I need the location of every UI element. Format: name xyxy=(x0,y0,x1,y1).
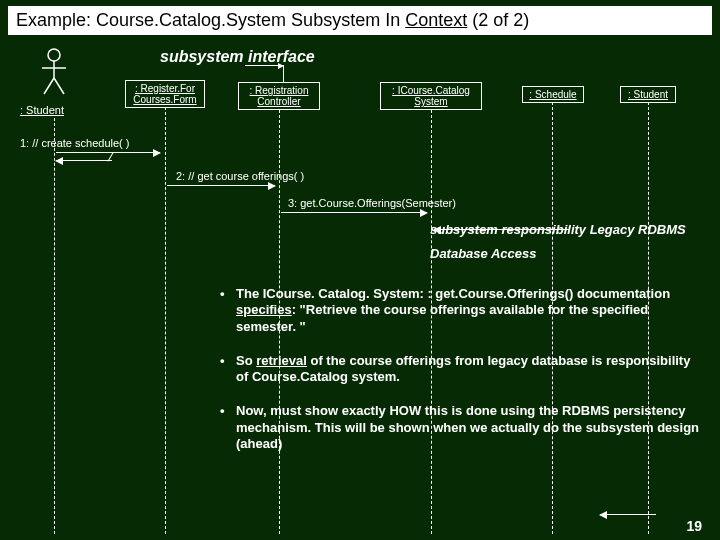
message-3: 3: get.Course.Offerings(Semester) xyxy=(288,197,456,209)
page-number: 19 xyxy=(686,518,702,534)
bullet-2-text-a: So xyxy=(236,353,256,368)
actor-label: : Student xyxy=(20,104,64,116)
bullet-1-text-c: : "Retrieve the course offerings availab… xyxy=(236,302,648,333)
lifeline-registration-controller: : Registration Controller xyxy=(238,82,320,110)
actor-icon xyxy=(40,48,80,96)
subsystem-interface-label: subsystem interface xyxy=(160,48,315,66)
bullet-1-specifies: specifies xyxy=(236,302,292,317)
lifeline-student: : Student xyxy=(620,86,676,103)
bullet-3: Now, must show exactly HOW this is done … xyxy=(220,403,700,452)
bullet-2: So retrieval of the course offerings fro… xyxy=(220,353,700,386)
dashline-registerform xyxy=(165,107,166,534)
slide-title: Example: Course.Catalog.System Subsystem… xyxy=(8,6,712,35)
lifeline-schedule: : Schedule xyxy=(522,86,584,103)
lifeline-icoursecatalog-system: : ICourse.Catalog System xyxy=(380,82,482,110)
bullet-1-text-a: The ICourse. Catalog. System: : get.Cour… xyxy=(236,286,670,301)
title-context: Context xyxy=(405,10,467,30)
lifeline-register-form: : Register.For Courses.Form xyxy=(125,80,205,108)
arrow-1 xyxy=(56,152,160,153)
arrow-3 xyxy=(281,212,427,213)
message-1: 1: // create schedule( ) xyxy=(20,137,129,149)
svg-point-0 xyxy=(48,49,60,61)
message-2: 2: // get course offerings( ) xyxy=(176,170,304,182)
title-suffix: (2 of 2) xyxy=(467,10,529,30)
bullet-list: The ICourse. Catalog. System: : get.Cour… xyxy=(220,286,700,470)
svg-line-3 xyxy=(44,78,54,94)
bullet-2-retrieval: retrieval xyxy=(256,353,307,368)
bullet-1: The ICourse. Catalog. System: : get.Cour… xyxy=(220,286,700,335)
dashline-actor xyxy=(54,118,55,534)
arrow-2 xyxy=(167,185,275,186)
svg-line-4 xyxy=(54,78,64,94)
database-access-label: Database Access xyxy=(430,246,536,261)
return-arrow-1 xyxy=(56,160,112,161)
ahead-arrow xyxy=(600,514,656,515)
responsibility-label: subsystem responsibility Legacy RDBMS xyxy=(430,222,686,237)
interface-pointer xyxy=(245,65,283,66)
title-prefix: Example: Course.Catalog.System Subsystem… xyxy=(16,10,405,30)
interface-pointer-drop xyxy=(283,65,284,83)
